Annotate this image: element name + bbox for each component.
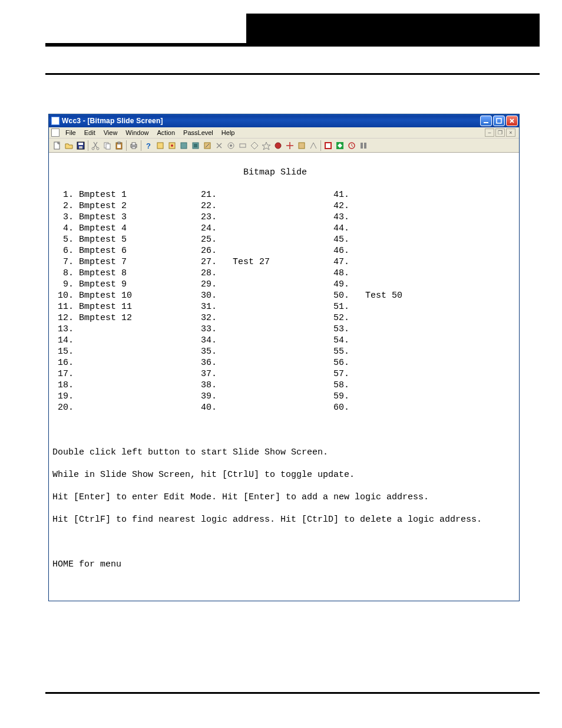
home-hint: HOME for menu (52, 559, 515, 570)
tool-h-icon[interactable] (237, 140, 249, 151)
list-row[interactable]: 16. 36. 56. (52, 357, 515, 368)
doc-header-bar (246, 14, 540, 43)
mdi-restore-button[interactable]: ❐ (495, 129, 505, 137)
list-row[interactable]: 15. 35. 55. (52, 346, 515, 357)
slide-list-grid: 1. Bmptest 1 21. 41. 2. Bmptest 2 22. 42… (52, 189, 515, 413)
list-row[interactable]: 6. Bmptest 6 26. 46. (52, 245, 515, 256)
mdi-minimize-button[interactable]: – (485, 129, 494, 137)
list-row[interactable]: 13. 33. 53. (52, 324, 515, 335)
menu-passlevel[interactable]: PassLevel (180, 129, 217, 137)
svg-rect-9 (106, 144, 110, 149)
tool-d-icon[interactable] (190, 140, 201, 151)
svg-rect-11 (118, 142, 120, 144)
toolbar-separator (126, 140, 127, 151)
tool-n-icon[interactable] (308, 140, 319, 151)
window-buttons (480, 116, 518, 126)
mdi-close-button[interactable]: × (506, 129, 515, 137)
list-row[interactable]: 20. 40. 60. (52, 402, 515, 413)
paste-icon[interactable] (113, 140, 125, 151)
svg-rect-1 (497, 118, 501, 123)
list-row[interactable]: 7. Bmptest 7 27. Test 27 47. (52, 256, 515, 268)
tool-l-icon[interactable] (284, 140, 296, 151)
svg-rect-26 (240, 144, 246, 147)
menu-edit[interactable]: Edit (81, 129, 99, 137)
tool-k-icon[interactable] (272, 140, 284, 151)
list-row[interactable]: 11. Bmptest 11 31. 51. (52, 301, 515, 312)
tool-e-icon[interactable] (201, 140, 213, 151)
svg-rect-30 (326, 143, 330, 148)
tool-q-icon[interactable] (346, 140, 358, 151)
svg-rect-15 (132, 147, 135, 149)
save-icon[interactable] (75, 140, 87, 151)
toolbar-separator (88, 140, 88, 151)
svg-rect-5 (79, 146, 82, 149)
list-row[interactable]: 10. Bmptest 10 30. 50. Test 50 (52, 290, 515, 301)
svg-point-27 (275, 143, 281, 149)
tool-m-icon[interactable] (296, 140, 308, 151)
maximize-button[interactable] (493, 116, 505, 126)
tool-o-icon[interactable] (322, 140, 334, 151)
tool-b-icon[interactable] (166, 140, 178, 151)
toolbar: ? (49, 139, 519, 153)
instructions: Double click left button to start Slide … (52, 436, 515, 536)
menubar: File Edit View Window Action PassLevel H… (49, 127, 519, 139)
list-row[interactable]: 1. Bmptest 1 21. 41. (52, 189, 515, 200)
instruction-line: Double click left button to start Slide … (52, 447, 515, 458)
new-icon[interactable] (51, 140, 63, 151)
list-row[interactable]: 3. Bmptest 3 23. 43. (52, 212, 515, 223)
toolbar-separator (141, 140, 141, 151)
tool-a-icon[interactable] (154, 140, 166, 151)
tool-f-icon[interactable] (213, 140, 225, 151)
print-icon[interactable] (128, 140, 140, 151)
doc-rule-thin (45, 73, 540, 75)
open-icon[interactable] (63, 140, 75, 151)
menu-window[interactable]: Window (122, 129, 152, 137)
instruction-line: Hit [Enter] to enter Edit Mode. Hit [Ent… (52, 492, 515, 503)
window-title: Wcc3 - [Bitmap Slide Screen] (62, 117, 480, 125)
close-button[interactable] (506, 116, 518, 126)
list-row[interactable]: 5. Bmptest 5 25. 45. (52, 234, 515, 245)
svg-point-7 (97, 147, 99, 150)
cut-icon[interactable] (90, 140, 101, 151)
mdi-document-icon[interactable] (51, 129, 59, 137)
svg-rect-34 (364, 143, 366, 149)
help-icon[interactable]: ? (143, 140, 154, 151)
list-row[interactable]: 19. 39. 59. (52, 391, 515, 402)
app-window: Wcc3 - [Bitmap Slide Screen] File Edit V… (48, 114, 520, 601)
tool-c-icon[interactable] (178, 140, 190, 151)
tool-j-icon[interactable] (260, 140, 272, 151)
tool-r-icon[interactable] (358, 140, 369, 151)
menu-action[interactable]: Action (153, 129, 178, 137)
svg-rect-20 (181, 143, 187, 149)
svg-rect-4 (78, 143, 83, 145)
tool-i-icon[interactable] (249, 140, 260, 151)
copy-icon[interactable] (101, 140, 113, 151)
list-row[interactable]: 8. Bmptest 8 28. 48. (52, 268, 515, 279)
list-row[interactable]: 2. Bmptest 2 22. 42. (52, 200, 515, 212)
tool-p-icon[interactable] (334, 140, 346, 151)
client-title: Bitmap Slide (52, 167, 515, 178)
menu-help[interactable]: Help (218, 129, 239, 137)
app-icon (51, 117, 59, 125)
list-row[interactable]: 12. Bmptest 12 32. 52. (52, 312, 515, 324)
mdi-buttons: – ❐ × (485, 129, 517, 137)
list-row[interactable]: 9. Bmptest 9 29. 49. (52, 279, 515, 290)
svg-rect-28 (299, 143, 305, 149)
doc-rule-thick (45, 43, 540, 47)
list-row[interactable]: 18. 38. 58. (52, 380, 515, 391)
titlebar[interactable]: Wcc3 - [Bitmap Slide Screen] (49, 114, 519, 127)
list-row[interactable]: 4. Bmptest 4 24. 44. (52, 223, 515, 234)
list-row[interactable]: 14. 34. 54. (52, 335, 515, 346)
minimize-button[interactable] (480, 116, 492, 126)
svg-rect-12 (117, 144, 121, 148)
svg-text:?: ? (146, 141, 151, 150)
menu-file[interactable]: File (62, 129, 80, 137)
svg-point-19 (171, 144, 173, 147)
svg-rect-17 (157, 143, 163, 149)
doc-rule-bottom (45, 692, 540, 694)
svg-point-6 (92, 147, 94, 150)
tool-g-icon[interactable] (225, 140, 237, 151)
list-row[interactable]: 17. 37. 57. (52, 368, 515, 380)
client-area[interactable]: Bitmap Slide 1. Bmptest 1 21. 41. 2. Bmp… (49, 153, 519, 601)
menu-view[interactable]: View (100, 129, 121, 137)
